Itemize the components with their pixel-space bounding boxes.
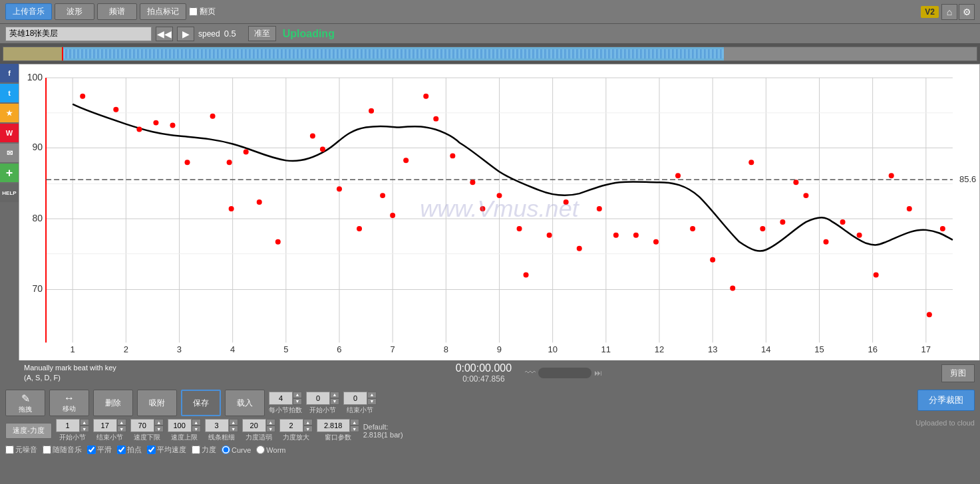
svg-point-61 bbox=[310, 134, 315, 139]
svg-point-72 bbox=[470, 180, 475, 185]
beats-per-bar-input[interactable] bbox=[269, 392, 293, 405]
speed-min-up[interactable]: ▲ bbox=[154, 419, 164, 425]
spectrum-button[interactable]: 频谱 bbox=[97, 3, 137, 20]
speed-min-down[interactable]: ▼ bbox=[154, 425, 164, 432]
drag-button[interactable]: ✎ 拖拽 bbox=[5, 390, 45, 416]
force-max-label: 力度放大 bbox=[283, 433, 309, 442]
waveform-mini-icon: 〰 bbox=[525, 367, 536, 379]
start-beat-input[interactable] bbox=[306, 392, 330, 405]
end-beat-up[interactable]: ▲ bbox=[367, 392, 377, 398]
force-max-input[interactable] bbox=[279, 419, 303, 432]
start-measure-input[interactable] bbox=[56, 419, 80, 432]
svg-point-80 bbox=[597, 206, 602, 211]
controls-row1: ✎ 拖拽 ↔ 移动 删除 吸附 保存 载入 ▲ ▼ 每小节拍数 bbox=[5, 390, 975, 416]
waveform-mini: 〰 ⏭ bbox=[525, 367, 602, 379]
settings-button[interactable]: ⚙ bbox=[959, 4, 975, 20]
mail-button[interactable]: ✉ bbox=[0, 144, 19, 162]
load-button[interactable]: 载入 bbox=[225, 390, 265, 416]
speed-max-up[interactable]: ▲ bbox=[192, 419, 201, 425]
beat-checkbox[interactable] bbox=[117, 445, 126, 454]
start-measure-down[interactable]: ▼ bbox=[80, 425, 89, 432]
end-beat-down[interactable]: ▼ bbox=[367, 398, 377, 405]
help-button[interactable]: HELP bbox=[0, 183, 19, 202]
song-name-input[interactable] bbox=[5, 27, 152, 41]
force-max-down[interactable]: ▼ bbox=[303, 425, 313, 432]
prev-button[interactable]: ◀◀ bbox=[156, 27, 173, 41]
waveform-mini-bar[interactable] bbox=[538, 368, 591, 378]
play-button[interactable]: ▶ bbox=[177, 27, 194, 41]
chart-inner[interactable]: 100 90 80 70 1 2 3 4 5 6 7 8 9 10 11 12 … bbox=[19, 64, 979, 361]
force-check: 力度 bbox=[192, 445, 216, 455]
svg-point-63 bbox=[337, 186, 342, 191]
window-param-down[interactable]: ▼ bbox=[350, 425, 359, 432]
save-button[interactable]: 保存 bbox=[181, 390, 221, 416]
svg-point-94 bbox=[840, 219, 846, 225]
no-noise-checkbox[interactable] bbox=[5, 445, 14, 454]
speed-force-button[interactable]: 速度-力度 bbox=[5, 423, 52, 439]
svg-point-51 bbox=[136, 127, 142, 132]
top-toolbar: 上传音乐 波形 频谱 拍点标记 翻页 V2 ⌂ ⚙ bbox=[0, 0, 980, 24]
window-param-input[interactable] bbox=[317, 419, 350, 432]
line-thickness-input[interactable] bbox=[205, 419, 229, 432]
controls-row2: 速度-力度 ▲ ▼ 开始小节 ▲ ▼ 结束小节 bbox=[5, 419, 975, 442]
avg-speed-checkbox[interactable] bbox=[147, 445, 156, 454]
upload-music-button[interactable]: 上传音乐 bbox=[5, 3, 52, 20]
speed-min-input[interactable] bbox=[130, 419, 154, 432]
svg-point-90 bbox=[780, 219, 785, 225]
svg-text:90: 90 bbox=[32, 142, 43, 152]
facebook-button[interactable]: f bbox=[0, 64, 19, 82]
delete-button[interactable]: 删除 bbox=[93, 390, 133, 416]
speed-input[interactable] bbox=[224, 29, 244, 39]
beat-mark-button[interactable]: 拍点标记 bbox=[140, 3, 186, 20]
end-measure-down[interactable]: ▼ bbox=[117, 425, 126, 432]
v2-badge: V2 bbox=[921, 6, 939, 18]
weibo-button[interactable]: W bbox=[0, 124, 19, 142]
svg-text:5: 5 bbox=[283, 344, 288, 354]
waveform-button[interactable]: 波形 bbox=[55, 3, 94, 20]
beats-per-bar-up[interactable]: ▲ bbox=[293, 392, 302, 398]
corner-buttons: ⌂ ⚙ bbox=[941, 4, 975, 20]
add-button[interactable]: + bbox=[0, 164, 19, 182]
window-param-spinbox: ▲ ▼ 窗口参数 bbox=[317, 419, 359, 442]
home-button[interactable]: ⌂ bbox=[941, 4, 957, 20]
page-turn-checkbox[interactable] bbox=[189, 7, 198, 16]
svg-point-59 bbox=[257, 199, 262, 205]
beat-check: 拍点 bbox=[117, 445, 142, 455]
window-param-up[interactable]: ▲ bbox=[350, 419, 359, 425]
adsorb-button[interactable]: 吸附 bbox=[137, 390, 177, 416]
twitter-button[interactable]: t bbox=[0, 84, 19, 102]
force-checkbox[interactable] bbox=[192, 445, 200, 454]
line-thickness-up[interactable]: ▲ bbox=[229, 419, 238, 425]
avg-speed-check: 平均速度 bbox=[147, 445, 186, 455]
force-min-input[interactable] bbox=[242, 419, 266, 432]
force-min-up[interactable]: ▲ bbox=[266, 419, 275, 425]
end-measure-up[interactable]: ▲ bbox=[117, 419, 126, 425]
svg-point-54 bbox=[185, 160, 190, 165]
time-display: 0:00:00.000 0:00:47.856 bbox=[456, 362, 512, 384]
speed-max-spinbox: ▲ ▼ 速度上限 bbox=[168, 419, 201, 442]
cutview-button[interactable]: 剪图 bbox=[941, 364, 975, 382]
waveform-track[interactable] bbox=[3, 47, 977, 61]
end-measure-input[interactable] bbox=[93, 419, 117, 432]
start-beat-up[interactable]: ▲ bbox=[330, 392, 339, 398]
default-info: Default: 2.818(1 bar) bbox=[363, 423, 403, 439]
force-max-spinbox: ▲ ▼ 力度放大 bbox=[279, 419, 313, 442]
force-min-down[interactable]: ▼ bbox=[266, 425, 275, 432]
end-beat-input[interactable] bbox=[343, 392, 367, 405]
worm-radio[interactable] bbox=[256, 445, 265, 454]
line-thickness-down[interactable]: ▼ bbox=[229, 425, 238, 432]
start-measure-up[interactable]: ▲ bbox=[80, 419, 89, 425]
speed-max-down[interactable]: ▼ bbox=[192, 425, 201, 432]
smooth-checkbox[interactable] bbox=[87, 445, 96, 454]
move-button[interactable]: ↔ 移动 bbox=[49, 390, 89, 416]
random-music-checkbox[interactable] bbox=[43, 445, 51, 454]
curve-radio[interactable] bbox=[222, 445, 230, 454]
star-button[interactable]: ★ bbox=[0, 104, 19, 122]
force-max-up[interactable]: ▲ bbox=[303, 419, 313, 425]
confirm-button[interactable]: 准至 bbox=[248, 26, 276, 41]
speed-max-input[interactable] bbox=[168, 419, 192, 432]
start-beat-down[interactable]: ▼ bbox=[330, 398, 339, 405]
beats-per-bar-down[interactable]: ▼ bbox=[293, 398, 302, 405]
split-view-button[interactable]: 分季裁图 bbox=[917, 390, 975, 411]
start-measure-label: 开始小节 bbox=[59, 433, 86, 442]
